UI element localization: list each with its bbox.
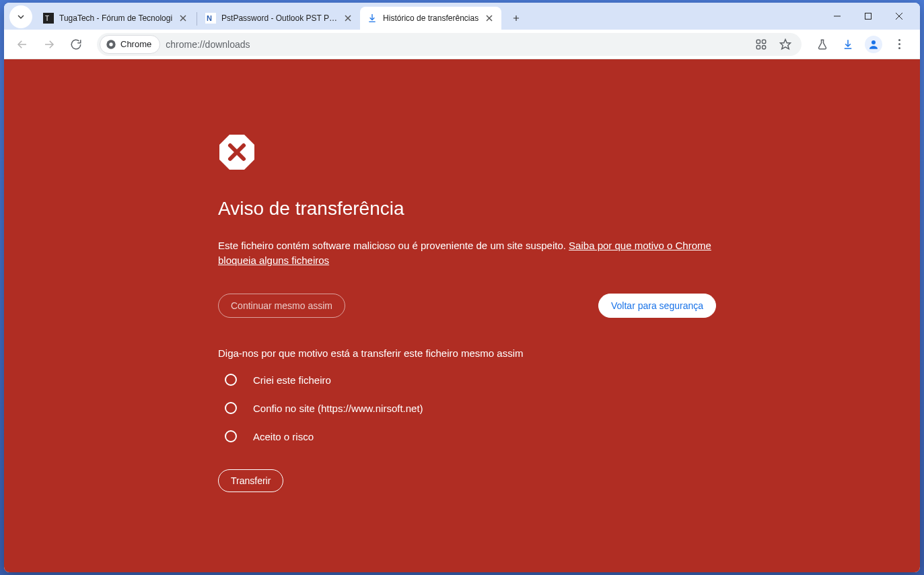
profile-avatar[interactable]: [862, 33, 885, 56]
tab-search-button[interactable]: [9, 5, 32, 28]
survey-option-label: Confio no site (https://www.nirsoft.net): [253, 403, 423, 414]
svg-rect-22: [762, 40, 766, 43]
warning-description-text: Este ficheiro contém software malicioso …: [218, 240, 569, 251]
site-chip[interactable]: Chrome: [100, 35, 160, 54]
site-chip-label: Chrome: [120, 39, 151, 49]
browser-window: T TugaTech - Fórum de Tecnologi N PstPas…: [4, 3, 920, 572]
warning-description: Este ficheiro contém software malicioso …: [218, 238, 716, 268]
svg-text:N: N: [207, 14, 212, 22]
minimize-button[interactable]: [822, 5, 853, 27]
back-to-safety-button[interactable]: Voltar para segurança: [598, 294, 716, 318]
labs-icon[interactable]: [811, 33, 834, 56]
svg-rect-21: [756, 40, 760, 43]
survey-option-created-file[interactable]: Criei este ficheiro: [218, 374, 716, 386]
reload-button[interactable]: [65, 33, 87, 56]
radio-icon: [225, 430, 237, 442]
survey-option-trust-site[interactable]: Confio no site (https://www.nirsoft.net): [218, 402, 716, 414]
main-menu-button[interactable]: [888, 33, 911, 56]
toolbar: Chrome chrome://downloads: [4, 30, 920, 59]
bookmark-star-icon[interactable]: [776, 35, 795, 54]
svg-point-24: [762, 45, 766, 48]
new-tab-button[interactable]: [507, 9, 526, 28]
svg-marker-25: [781, 39, 791, 48]
toolbar-right: [811, 33, 913, 56]
transfer-button[interactable]: Transferir: [218, 469, 283, 492]
tab-title: Histórico de transferências: [383, 13, 478, 23]
danger-stop-icon: [218, 133, 256, 171]
svg-rect-14: [865, 13, 872, 20]
svg-point-20: [109, 42, 112, 46]
favicon-nirsoft: N: [205, 13, 216, 24]
favicon-tugatech: T: [43, 13, 54, 24]
tab-strip: T TugaTech - Fórum de Tecnologi N PstPas…: [4, 3, 920, 30]
tab-title: PstPassword - Outlook PST Pass: [221, 13, 337, 23]
window-controls: [822, 3, 915, 30]
address-bar[interactable]: Chrome chrome://downloads: [97, 33, 802, 56]
survey-option-accept-risk[interactable]: Aceito o risco: [218, 430, 716, 442]
close-icon[interactable]: [178, 13, 188, 24]
warning-heading: Aviso de transferência: [218, 198, 716, 219]
radio-icon: [225, 374, 237, 386]
maximize-button[interactable]: [853, 5, 884, 27]
tab-pstpassword[interactable]: N PstPassword - Outlook PST Pass: [199, 7, 360, 30]
close-window-button[interactable]: [884, 5, 915, 27]
svg-point-27: [872, 40, 876, 44]
downloads-icon[interactable]: [837, 33, 859, 56]
url-text: chrome://downloads: [166, 39, 746, 50]
tab-title: TugaTech - Fórum de Tecnologi: [59, 13, 172, 23]
survey-option-label: Criei este ficheiro: [253, 374, 331, 386]
warning-button-row: Continuar mesmo assim Voltar para segura…: [218, 294, 716, 318]
close-icon[interactable]: [343, 13, 353, 24]
svg-rect-23: [756, 45, 760, 48]
download-icon: [367, 13, 378, 24]
page-content: Aviso de transferência Este ficheiro con…: [4, 59, 920, 572]
tab-separator: [197, 12, 197, 26]
back-button[interactable]: [11, 33, 34, 56]
radio-icon: [225, 402, 237, 414]
tab-tugatech[interactable]: T TugaTech - Fórum de Tecnologi: [36, 7, 195, 30]
close-icon[interactable]: [484, 13, 495, 24]
tab-downloads-history[interactable]: Histórico de transferências: [360, 7, 501, 30]
svg-text:T: T: [45, 15, 49, 22]
survey-question: Diga-nos por que motivo está a transferi…: [218, 347, 716, 359]
lens-icon[interactable]: [752, 35, 771, 54]
survey-option-label: Aceito o risco: [253, 431, 314, 442]
continue-anyway-button[interactable]: Continuar mesmo assim: [218, 294, 345, 318]
download-warning-panel: Aviso de transferência Este ficheiro con…: [218, 133, 716, 492]
forward-button[interactable]: [38, 33, 61, 56]
